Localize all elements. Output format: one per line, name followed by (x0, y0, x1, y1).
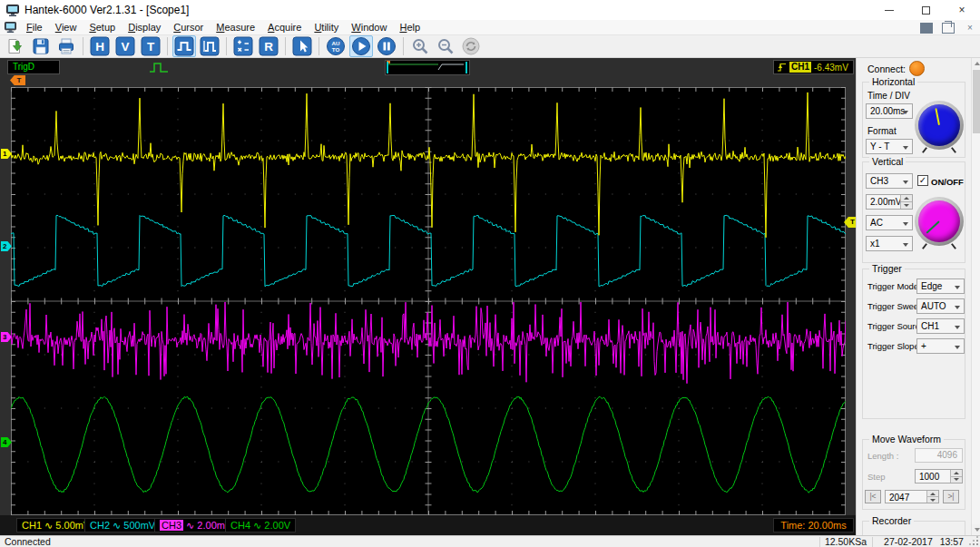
print-button[interactable] (54, 35, 78, 57)
open-button[interactable] (4, 35, 27, 57)
chevron-down-icon (955, 346, 960, 349)
math-function-button[interactable] (231, 35, 255, 57)
sample-rate: 12.50KSa (820, 536, 871, 547)
channel-scale: ∿ 500mV (110, 520, 155, 531)
step-label: Step (867, 472, 886, 482)
trigger-slope-select[interactable]: + (916, 338, 965, 354)
trigger-sweep-value: AUTO (921, 300, 946, 313)
waveform-preview[interactable] (385, 60, 470, 75)
format-select[interactable]: Y - T (866, 139, 913, 154)
spin-down-button[interactable] (927, 496, 938, 503)
recorder-group-title: Recorder (869, 515, 914, 526)
menu-display[interactable]: Display (122, 22, 167, 33)
move-last-button[interactable]: >| (943, 490, 959, 503)
trigger-position-marker[interactable]: T (10, 75, 25, 85)
toolbar-separator (318, 37, 319, 55)
spin-down-button[interactable] (901, 201, 912, 209)
mdi-minimize-button[interactable] (920, 23, 933, 34)
svg-text:TO: TO (332, 46, 340, 53)
waveform-measure-button[interactable] (198, 35, 221, 57)
menu-view[interactable]: View (49, 22, 83, 33)
time-div-label: Time / DIV (867, 91, 910, 101)
horizontal-knob[interactable] (915, 101, 964, 150)
menu-measure[interactable]: Measure (210, 22, 261, 33)
channel-onoff-checkbox[interactable]: ✓ (917, 175, 928, 186)
coupling-select-value: AC (870, 217, 883, 230)
autoset-button[interactable]: AUTO (324, 35, 348, 57)
zoom-out-icon (436, 36, 456, 56)
window-title: Hantek-6000 Ver2.1.31 - [Scope1] (24, 4, 189, 16)
pulse-icon (174, 36, 194, 56)
time-div-select[interactable]: 20.00ms (866, 103, 913, 119)
sync-icon (461, 36, 481, 56)
maximize-button[interactable] (907, 0, 944, 20)
position-spinner[interactable]: 2047 (885, 490, 939, 503)
zoom-in-button[interactable] (408, 35, 432, 57)
trigger-setup-button[interactable]: T (139, 35, 162, 57)
menu-acquire[interactable]: Acquire (261, 22, 308, 33)
scrollbar-thumb[interactable] (973, 70, 980, 133)
menu-window[interactable]: Window (345, 22, 393, 33)
resize-grip[interactable] (971, 538, 979, 546)
timebase-readout[interactable]: Time: 20.00ms (773, 518, 854, 532)
trigger-mode-select[interactable]: Edge (916, 278, 965, 294)
menu-setup[interactable]: Setup (83, 22, 122, 33)
step-spinner[interactable]: 1000 (915, 469, 963, 484)
trig-status-box: TrigD (7, 60, 60, 74)
volts-div-spinner[interactable]: 2.00mV (866, 194, 913, 210)
trigger-source-value: CH1 (921, 320, 939, 333)
close-button[interactable]: × (944, 0, 980, 20)
scroll-up-icon (975, 62, 980, 65)
ch2-scale-label[interactable]: CH2 ∿ 500mV (84, 518, 161, 532)
spin-down-button[interactable] (951, 476, 962, 484)
vertical-setup-button[interactable]: V (113, 35, 137, 57)
play-icon (351, 36, 371, 56)
cursor-icon (292, 36, 312, 56)
trigger-type-pulse-icon (148, 61, 170, 78)
trigger-group-title: Trigger (869, 263, 905, 274)
menu-utility[interactable]: Utility (308, 22, 345, 33)
coupling-select[interactable]: AC (866, 215, 913, 230)
knob-face (918, 104, 960, 146)
move-first-button[interactable]: |< (865, 490, 881, 503)
trigger-slope-value: + (921, 340, 926, 353)
channel-select[interactable]: CH3 (866, 173, 913, 189)
scroll-down-button[interactable] (972, 524, 980, 535)
save-button[interactable] (29, 35, 53, 57)
menu-help[interactable]: Help (393, 22, 426, 33)
svg-text:AU: AU (332, 40, 340, 46)
connect-indicator[interactable] (909, 61, 925, 76)
chevron-up-icon (904, 197, 909, 200)
chevron-down-icon (955, 326, 960, 329)
single-capture-button[interactable] (172, 35, 196, 57)
spin-up-button[interactable] (901, 195, 912, 201)
menubar: FileViewSetupDisplayCursorMeasureAcquire… (0, 20, 980, 35)
panel-scrollbar[interactable] (971, 58, 980, 535)
pause-button[interactable] (375, 35, 398, 57)
probe-select[interactable]: x1 (866, 236, 913, 251)
ch4-scale-label[interactable]: CH4 ∿ 2.00V (225, 518, 296, 532)
menu-file[interactable]: File (20, 22, 49, 33)
mdi-close-button[interactable]: × (964, 23, 976, 34)
edge-trigger-icon (777, 62, 787, 73)
menu-cursor[interactable]: Cursor (167, 22, 210, 33)
vertical-knob[interactable] (915, 197, 964, 246)
pulse-ruler-icon (200, 36, 220, 56)
trigger-source-badge[interactable]: CH1 (789, 62, 811, 73)
channel-name: CH2 (90, 520, 110, 531)
horizontal-group: Horizontal Time / DIV 20.00ms Format Y -… (862, 82, 965, 158)
mdi-restore-button[interactable] (942, 23, 955, 34)
minimize-button[interactable] (871, 0, 907, 20)
cursor-measure-button[interactable] (290, 35, 314, 57)
zoom-out-button[interactable] (434, 35, 457, 57)
reference-waveform-button[interactable]: R (257, 35, 280, 57)
channel-select-value: CH3 (870, 175, 888, 188)
horizontal-setup-button[interactable]: H (88, 35, 112, 57)
chevron-down-icon (954, 478, 959, 481)
scroll-up-button[interactable] (972, 58, 980, 69)
run-button[interactable] (349, 35, 373, 57)
self-calibration-button[interactable] (459, 35, 483, 57)
trig-status-text: TrigD (13, 62, 34, 72)
trigger-source-select[interactable]: CH1 (916, 318, 965, 334)
trigger-sweep-select[interactable]: AUTO (916, 298, 965, 314)
